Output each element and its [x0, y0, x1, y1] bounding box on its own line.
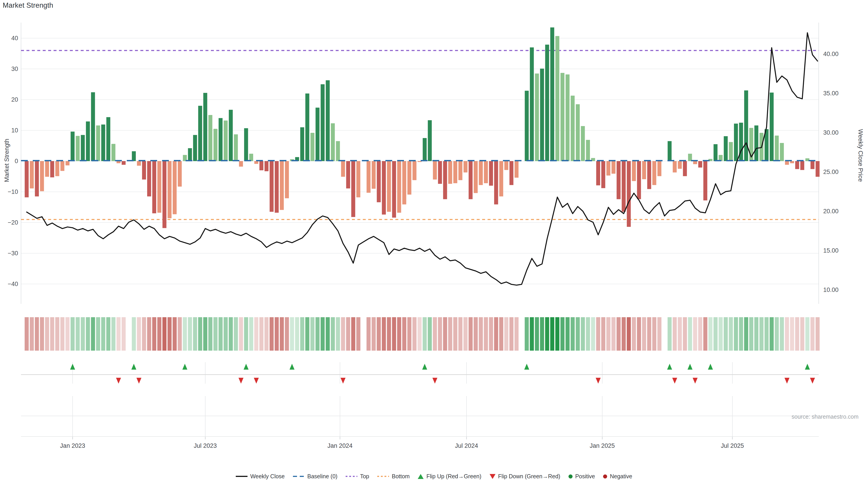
heatmap-cell — [469, 317, 473, 351]
strength-bar-negative — [673, 161, 677, 172]
heatmap-cell — [101, 317, 105, 351]
strength-bar-positive — [193, 135, 197, 161]
heatmap-cell — [326, 317, 330, 351]
heatmap-cell — [448, 317, 452, 351]
heatmap-cell — [122, 317, 126, 351]
strength-bar-negative — [612, 161, 616, 174]
strength-bar-positive — [714, 144, 718, 161]
strength-bar-negative — [265, 161, 269, 171]
heatmap-cell — [300, 317, 304, 351]
strength-bar-positive — [203, 93, 207, 161]
strength-bar-negative — [453, 161, 457, 183]
strength-bar-negative — [504, 161, 508, 170]
heatmap-cell — [259, 317, 264, 351]
heatmap-cell — [627, 317, 631, 351]
heatmap-cell — [601, 317, 605, 351]
flip-up-marker — [182, 364, 187, 369]
strength-bar-positive — [586, 140, 590, 161]
legend-item-dash[interactable]: Baseline (0) — [293, 473, 338, 480]
strength-bar-positive — [300, 127, 304, 161]
strength-bar-negative — [254, 161, 258, 164]
heatmap-cell — [504, 317, 508, 351]
strength-bar-negative — [157, 161, 161, 213]
heatmap-cell — [780, 317, 784, 351]
strength-bar-positive — [576, 104, 580, 161]
strength-bar-positive — [754, 125, 758, 161]
strength-bar-negative — [474, 161, 478, 193]
strength-bar-negative — [647, 161, 651, 189]
legend-item-circ-pos[interactable]: Positive — [568, 473, 595, 480]
heatmap-cell — [173, 317, 177, 351]
heatmap-cell — [770, 317, 774, 351]
left-axis-tick: −20 — [8, 219, 18, 226]
flip-down-marker — [672, 378, 677, 384]
source-credit: source: sharemaestro.com — [792, 414, 859, 420]
right-axis-tick: 20.00 — [823, 208, 839, 215]
heatmap-cell — [397, 317, 401, 351]
strength-bar-positive — [106, 117, 110, 161]
heatmap-cell — [392, 317, 396, 351]
heatmap-cell — [463, 317, 467, 351]
tri-up-icon — [418, 474, 424, 479]
chart-canvas[interactable]: 403020100−10−20−30−4040.0035.0030.0025.0… — [0, 0, 868, 488]
strength-bar-positive — [229, 110, 232, 161]
legend-label: Top — [360, 473, 369, 480]
strength-bar-negative — [494, 161, 498, 204]
heatmap-cell — [581, 317, 585, 351]
strength-bar-negative — [280, 161, 284, 210]
strength-bar-negative — [790, 161, 794, 163]
strength-bar-negative — [678, 161, 682, 169]
strength-bar-positive — [310, 133, 314, 161]
strength-bar-negative — [162, 161, 166, 228]
left-axis-tick: 0 — [15, 158, 18, 164]
strength-bar-negative — [152, 161, 156, 213]
heatmap-cell — [790, 317, 794, 351]
heatmap-cell — [632, 317, 636, 351]
x-axis-tick-label: Jul 2024 — [455, 442, 478, 449]
strength-bar-negative — [509, 161, 514, 185]
strength-bar-positive — [234, 134, 238, 161]
legend-item-dot-bot[interactable]: Bottom — [377, 473, 410, 480]
strength-bar-positive — [724, 136, 728, 161]
heatmap-cell — [535, 317, 539, 351]
strength-bar-negative — [173, 161, 177, 214]
heatmap-cell — [657, 317, 661, 351]
heatmap-cell — [193, 317, 197, 351]
strength-bar-negative — [704, 161, 708, 200]
strength-bar-negative — [60, 161, 64, 171]
x-axis-tick-label: Jul 2025 — [721, 442, 744, 449]
heatmap-cell — [346, 317, 350, 351]
strength-bar-negative — [147, 161, 151, 196]
heatmap-cell — [678, 317, 682, 351]
strength-bar-positive — [423, 138, 427, 161]
strength-bar-positive — [581, 126, 585, 161]
strength-bar-negative — [489, 161, 493, 186]
heatmap-cell — [152, 317, 156, 351]
flip-up-marker — [289, 364, 294, 369]
strength-bar-positive — [101, 125, 105, 161]
legend-item-tri-up[interactable]: Flip Up (Red→Green) — [418, 473, 481, 480]
legend-item-circ-neg[interactable]: Negative — [603, 473, 632, 480]
strength-bar-negative — [35, 161, 39, 196]
heatmap-cell — [275, 317, 279, 351]
strength-bar-negative — [800, 161, 804, 170]
heatmap-cell — [428, 317, 432, 351]
strength-bar-negative — [285, 161, 289, 198]
legend-item-line[interactable]: Weekly Close — [236, 473, 285, 480]
strength-bar-negative — [596, 161, 600, 185]
strength-bar-negative — [259, 161, 264, 170]
heatmap-cell — [484, 317, 488, 351]
heatmap-cell — [412, 317, 416, 351]
flip-up-marker — [667, 364, 672, 369]
legend-item-tri-down[interactable]: Flip Down (Green→Red) — [490, 473, 560, 480]
right-axis-tick: 35.00 — [823, 90, 839, 97]
strength-bar-negative — [412, 161, 416, 180]
heatmap-cell — [622, 317, 626, 351]
strength-bar-negative — [382, 161, 386, 215]
strength-bar-positive — [209, 115, 213, 161]
legend-item-dot-top[interactable]: Top — [346, 473, 369, 480]
strength-bar-positive — [315, 107, 320, 161]
heatmap-cell — [265, 317, 269, 351]
left-axis-tick: 10 — [11, 127, 18, 134]
heatmap-cell — [744, 317, 748, 351]
